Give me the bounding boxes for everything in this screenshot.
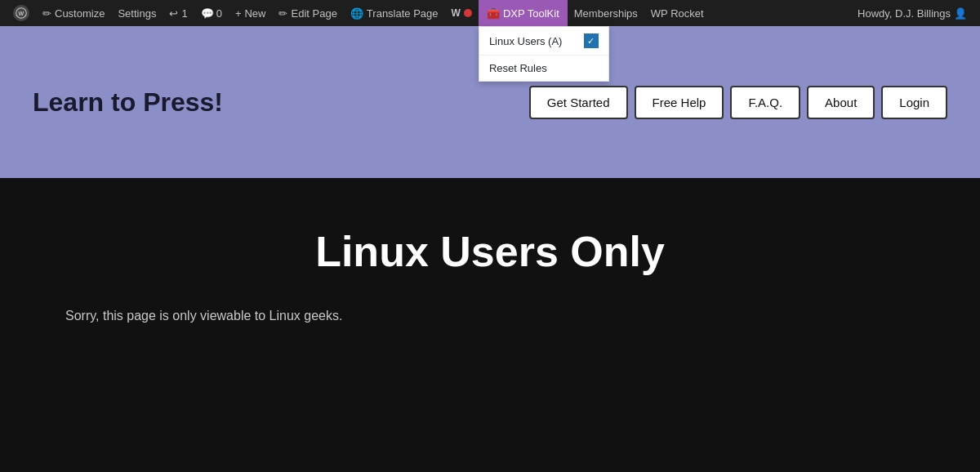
admin-bar-right: Howdy, D.J. Billings 👤	[851, 0, 973, 26]
translate-page-label: Translate Page	[367, 7, 439, 20]
new-label: New	[244, 7, 265, 20]
red-dot-indicator	[464, 9, 472, 17]
wp-logo-icon: W	[13, 5, 29, 21]
customize-button[interactable]: ✏ Customize	[36, 0, 111, 26]
about-button[interactable]: About	[807, 86, 875, 119]
dxp-toolkit-menu: Linux Users (A) ✓ Reset Rules	[479, 26, 609, 82]
linux-users-label: Linux Users (A)	[489, 35, 563, 47]
wp-icon: W	[452, 7, 461, 19]
page-heading: Linux Users Only	[65, 227, 915, 276]
wp-rocket-label: WP Rocket	[651, 7, 704, 20]
customize-label: Customize	[55, 7, 105, 20]
reset-rules-item[interactable]: Reset Rules	[479, 56, 608, 81]
wp-rocket-button[interactable]: WP Rocket	[644, 0, 710, 26]
linux-users-checkbox[interactable]: ✓	[584, 33, 599, 48]
nav-menu: Get Started Free Help F.A.Q. About Login	[529, 86, 947, 119]
wp-yoast-button[interactable]: W	[445, 0, 479, 26]
memberships-button[interactable]: Memberships	[568, 0, 644, 26]
comment-icon: 💬	[201, 7, 214, 20]
revision-count: 1	[181, 7, 187, 20]
dxp-toolkit-dropdown[interactable]: 🧰 DXP ToolKit Linux Users (A) ✓ Reset Ru…	[479, 0, 568, 26]
edit-icon: ✏	[278, 7, 287, 20]
plus-icon: +	[235, 7, 242, 20]
reset-rules-label: Reset Rules	[489, 62, 547, 74]
edit-page-label: Edit Page	[291, 7, 336, 20]
memberships-label: Memberships	[574, 7, 638, 20]
page-subtext: Sorry, this page is only viewable to Lin…	[65, 309, 342, 323]
free-help-button[interactable]: Free Help	[635, 86, 724, 119]
dxp-toolkit-label: DXP ToolKit	[503, 7, 559, 20]
admin-bar: W ✏ Customize Settings ↩ 1 💬 0 + New ✏ E…	[0, 0, 980, 26]
settings-button[interactable]: Settings	[111, 0, 163, 26]
settings-label: Settings	[118, 7, 156, 20]
undo-icon: ↩	[169, 7, 178, 20]
linux-users-item[interactable]: Linux Users (A) ✓	[479, 27, 608, 55]
main-content: Linux Users Only Sorry, this page is onl…	[0, 178, 980, 472]
customize-icon: ✏	[42, 7, 51, 20]
new-button[interactable]: + New	[229, 0, 273, 26]
translate-icon: 🌐	[350, 7, 363, 20]
howdy-label: Howdy, D.J. Billings	[858, 7, 951, 20]
login-button[interactable]: Login	[881, 86, 947, 119]
avatar-icon: 👤	[954, 7, 967, 20]
dxp-toolkit-icon: 🧰	[487, 7, 500, 20]
translate-page-button[interactable]: 🌐 Translate Page	[344, 0, 445, 26]
comments-button[interactable]: 💬 0	[194, 0, 229, 26]
revisions-button[interactable]: ↩ 1	[163, 0, 194, 26]
dxp-toolkit-button[interactable]: 🧰 DXP ToolKit	[479, 0, 568, 26]
site-title: Learn to Press!	[33, 87, 223, 118]
comment-count: 0	[216, 7, 222, 20]
svg-text:W: W	[19, 11, 24, 16]
wp-logo-item[interactable]: W	[7, 0, 36, 26]
faq-button[interactable]: F.A.Q.	[730, 86, 800, 119]
howdy-button[interactable]: Howdy, D.J. Billings 👤	[851, 0, 973, 26]
edit-page-button[interactable]: ✏ Edit Page	[272, 0, 343, 26]
get-started-button[interactable]: Get Started	[529, 86, 628, 119]
